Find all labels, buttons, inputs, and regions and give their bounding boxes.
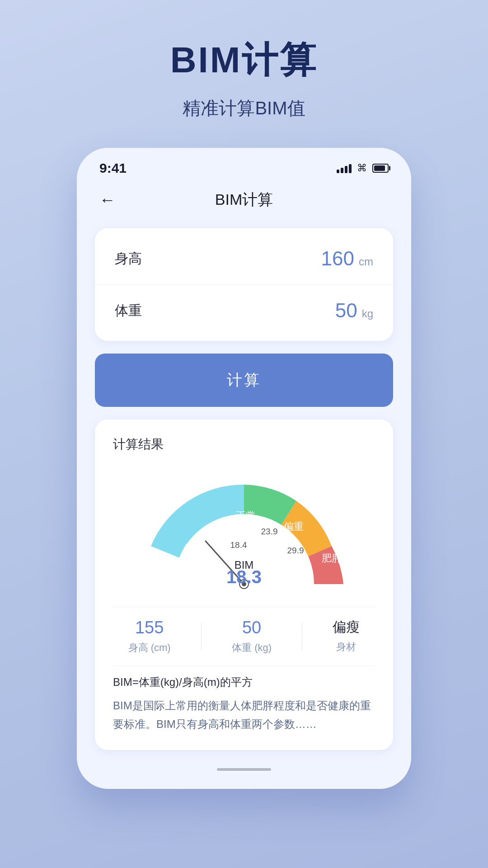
svg-text:正常: 正常 bbox=[236, 510, 256, 521]
signal-icon bbox=[337, 163, 352, 173]
battery-icon bbox=[372, 164, 389, 173]
weight-label: 体重 bbox=[115, 302, 142, 320]
height-stat-label: 身高 (cm) bbox=[128, 641, 171, 655]
home-indicator bbox=[217, 768, 271, 771]
stats-row: 155 身高 (cm) 50 体重 (kg) 偏瘦 身材 bbox=[113, 607, 375, 666]
body-stat: 偏瘦 身材 bbox=[333, 618, 360, 654]
weight-value-group: 50 kg bbox=[335, 299, 373, 322]
phone-mockup: 9:41 ⌘ ← BIM计算 身高 160 cm bbox=[77, 148, 411, 789]
status-bar: 9:41 ⌘ bbox=[77, 148, 411, 180]
formula-text: BIM=体重(kg)/身高(m)的平方 bbox=[113, 675, 375, 689]
page-title: BIM计算 bbox=[170, 36, 318, 85]
weight-row[interactable]: 体重 50 kg bbox=[95, 284, 393, 336]
status-time: 9:41 bbox=[99, 160, 127, 176]
weight-stat-value: 50 bbox=[242, 618, 261, 637]
input-card: 身高 160 cm 体重 50 kg bbox=[95, 228, 393, 341]
stat-divider-1 bbox=[201, 623, 202, 650]
gauge-svg: 偏瘦 正常 偏重 肥胖 18.4 23.9 29.9 BIM 18.3 bbox=[127, 467, 361, 598]
result-card: 计算结果 偏瘦 正常 偏 bbox=[95, 420, 393, 750]
page-subtitle: 精准计算BIM值 bbox=[183, 96, 305, 121]
height-label: 身高 bbox=[115, 250, 142, 268]
body-stat-value: 偏瘦 bbox=[333, 618, 360, 637]
wifi-icon: ⌘ bbox=[357, 162, 367, 174]
height-stat-value: 155 bbox=[135, 618, 164, 637]
svg-text:偏瘦: 偏瘦 bbox=[183, 542, 203, 554]
height-row[interactable]: 身高 160 cm bbox=[95, 233, 393, 284]
svg-text:18.3: 18.3 bbox=[226, 567, 262, 587]
back-button[interactable]: ← bbox=[99, 190, 116, 209]
height-value: 160 bbox=[321, 247, 354, 270]
svg-text:偏重: 偏重 bbox=[284, 521, 304, 532]
weight-unit: kg bbox=[362, 307, 373, 320]
height-value-group: 160 cm bbox=[321, 247, 373, 270]
battery-fill bbox=[374, 165, 385, 171]
weight-stat: 50 体重 (kg) bbox=[232, 618, 272, 655]
svg-text:29.9: 29.9 bbox=[287, 546, 304, 555]
stat-divider-2 bbox=[302, 623, 302, 650]
nav-bar: ← BIM计算 bbox=[77, 180, 411, 219]
status-icons: ⌘ bbox=[337, 162, 389, 174]
svg-text:18.4: 18.4 bbox=[230, 540, 247, 550]
calculate-button[interactable]: 计算 bbox=[95, 354, 393, 407]
body-stat-label: 身材 bbox=[336, 640, 356, 654]
nav-title: BIM计算 bbox=[215, 189, 273, 210]
height-stat: 155 身高 (cm) bbox=[128, 618, 171, 655]
svg-text:23.9: 23.9 bbox=[261, 527, 278, 536]
weight-value: 50 bbox=[335, 299, 357, 322]
result-title: 计算结果 bbox=[113, 436, 375, 453]
svg-text:肥胖: 肥胖 bbox=[322, 552, 342, 564]
phone-content: 身高 160 cm 体重 50 kg 计算 计算结果 bbox=[77, 219, 411, 759]
height-unit: cm bbox=[359, 255, 373, 268]
description-text: BIM是国际上常用的衡量人体肥胖程度和是否健康的重要标准。BIM只有身高和体重两… bbox=[113, 697, 375, 734]
gauge-container: 偏瘦 正常 偏重 肥胖 18.4 23.9 29.9 BIM 18.3 bbox=[113, 467, 375, 598]
weight-stat-label: 体重 (kg) bbox=[232, 641, 272, 655]
